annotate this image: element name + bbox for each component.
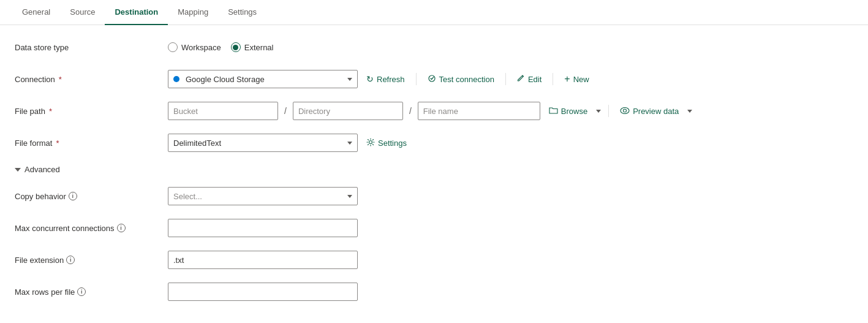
divider-3 [553,73,553,85]
file-extension-input[interactable] [168,251,358,269]
connection-required: * [59,75,62,84]
settings-button[interactable]: Settings [363,135,410,151]
file-format-required: * [56,139,59,148]
tab-general[interactable]: General [12,0,60,25]
file-format-value: DelimitedText [173,139,344,148]
external-radio[interactable]: External [231,42,274,52]
edit-button[interactable]: Edit [513,72,545,86]
connection-control: Google Cloud Storage ↻ Refresh Test conn… [168,70,593,88]
copy-behavior-control: Select... [168,187,358,205]
settings-icon [366,138,375,148]
path-sep-2: / [409,106,412,116]
connection-dot [173,76,179,82]
max-concurrent-control [168,219,358,237]
bucket-input[interactable] [168,102,278,120]
copy-behavior-info-icon: i [69,192,77,200]
max-rows-input[interactable] [168,283,358,301]
tab-source[interactable]: Source [60,0,105,25]
data-store-type-label: Data store type [15,43,168,52]
file-extension-row: File extension i [15,250,853,270]
preview-chevron-icon[interactable] [687,110,692,113]
refresh-icon: ↻ [366,74,374,84]
connection-value: Google Cloud Storage [186,75,344,84]
tab-bar: General Source Destination Mapping Setti… [0,0,868,25]
max-rows-control [168,283,358,301]
copy-behavior-row: Copy behavior i Select... [15,186,853,206]
file-format-row: File format * DelimitedText Settings [15,133,853,153]
copy-behavior-label: Copy behavior i [15,192,168,201]
divider-preview [608,105,609,117]
svg-point-0 [621,107,629,113]
data-store-type-control: Workspace External [168,42,274,52]
max-rows-row: Max rows per file i [15,282,853,302]
connection-dropdown[interactable]: Google Cloud Storage [168,70,358,88]
file-format-dropdown[interactable]: DelimitedText [168,134,358,152]
file-path-label: File path * [15,107,168,116]
file-format-label: File format * [15,139,168,148]
workspace-radio-label: Workspace [181,43,221,52]
max-rows-label: Max rows per file i [15,287,168,297]
workspace-radio[interactable]: Workspace [168,42,221,52]
advanced-toggle[interactable]: Advanced [15,165,853,174]
max-concurrent-info-icon: i [117,224,126,232]
edit-icon [517,74,525,84]
copy-behavior-chevron-icon [347,195,352,198]
file-path-row: File path * / / Browse [15,101,853,121]
browse-chevron-icon[interactable] [596,110,601,113]
preview-data-button[interactable]: Preview data [616,104,682,118]
advanced-chevron-icon [15,168,21,172]
external-radio-circle[interactable] [231,42,241,52]
max-concurrent-row: Max concurrent connections i [15,218,853,238]
connection-row: Connection * Google Cloud Storage ↻ Refr… [15,69,853,89]
connection-chevron-icon [347,78,352,81]
directory-input[interactable] [293,102,403,120]
divider-2 [505,73,506,85]
browse-button[interactable]: Browse [545,104,591,118]
file-extension-control [168,251,358,269]
svg-point-2 [369,140,372,143]
divider-1 [416,73,417,85]
tab-destination[interactable]: Destination [105,0,168,25]
refresh-button[interactable]: ↻ Refresh [363,72,409,86]
folder-icon [549,106,558,116]
file-name-input[interactable] [418,102,540,120]
preview-icon [620,107,630,116]
file-format-chevron-icon [347,142,352,145]
svg-point-1 [624,109,627,112]
tab-mapping[interactable]: Mapping [168,0,218,25]
copy-behavior-dropdown[interactable]: Select... [168,187,358,205]
file-path-control: / / Browse [168,102,692,120]
file-extension-info-icon: i [66,256,75,264]
max-concurrent-input[interactable] [168,219,358,237]
connection-label: Connection * [15,75,168,84]
test-connection-button[interactable]: Test connection [424,72,498,87]
data-store-type-row: Data store type Workspace External [15,37,853,57]
plus-icon: + [564,74,570,84]
external-radio-label: External [244,43,274,52]
max-concurrent-label: Max concurrent connections i [15,224,168,233]
max-rows-info-icon: i [77,287,86,296]
workspace-radio-circle[interactable] [168,42,178,52]
path-sep-1: / [284,106,287,116]
copy-behavior-value: Select... [173,192,344,201]
tab-settings[interactable]: Settings [218,0,266,25]
file-format-control: DelimitedText Settings [168,134,410,152]
file-path-required: * [49,107,52,116]
new-button[interactable]: + New [560,72,592,86]
test-connection-icon [428,74,436,85]
file-extension-label: File extension i [15,256,168,265]
form-content: Data store type Workspace External Conne… [0,25,868,323]
